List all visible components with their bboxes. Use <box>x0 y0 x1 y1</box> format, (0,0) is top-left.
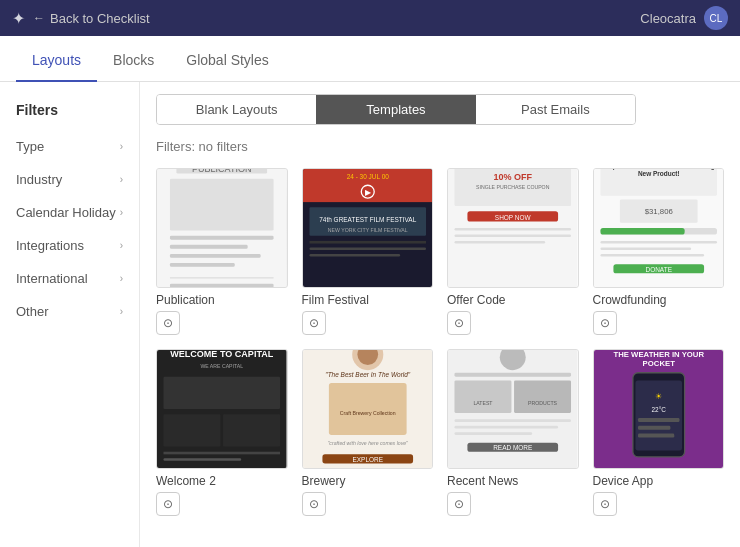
chevron-right-icon: › <box>120 207 123 218</box>
back-to-checklist-link[interactable]: ← Back to Checklist <box>33 11 150 26</box>
template-card-crowdfunding[interactable]: Help Fund the World's Most Exciting New … <box>593 168 725 335</box>
top-bar-left: ✦ ← Back to Checklist <box>12 9 150 28</box>
svg-rect-21 <box>309 254 400 257</box>
template-thumb-publication: PUBLICATION <box>156 168 288 288</box>
svg-text:SHOP NOW: SHOP NOW <box>495 214 532 221</box>
svg-rect-53 <box>163 452 280 455</box>
svg-text:READ MORE: READ MORE <box>493 444 533 451</box>
svg-text:WE ARE CAPITAL: WE ARE CAPITAL <box>200 363 243 369</box>
filters-title: Filters <box>0 102 139 130</box>
template-card-brewery[interactable]: "The Best Beer In The World" Craft Brewe… <box>302 349 434 516</box>
template-card-publication[interactable]: PUBLICATION Publication ⊙ <box>156 168 288 335</box>
template-action-device-app[interactable]: ⊙ <box>593 492 617 516</box>
sidebar-item-industry[interactable]: Industry › <box>0 163 139 196</box>
svg-text:FILM FESTIVAL: FILM FESTIVAL <box>339 169 396 170</box>
template-name-device-app: Device App <box>593 474 725 488</box>
template-action-publication[interactable]: ⊙ <box>156 311 180 335</box>
sidebar: Filters Type › Industry › Calendar Holid… <box>0 82 140 547</box>
app-logo-icon: ✦ <box>12 9 25 28</box>
sidebar-item-international[interactable]: International › <box>0 262 139 295</box>
svg-rect-40 <box>600 228 684 234</box>
top-bar: ✦ ← Back to Checklist Cleocatra CL <box>0 0 740 36</box>
template-action-crowdfunding[interactable]: ⊙ <box>593 311 617 335</box>
svg-rect-9 <box>170 284 274 287</box>
svg-text:THE WEATHER IN YOUR: THE WEATHER IN YOUR <box>613 350 704 359</box>
svg-text:24 - 30 JUL 00: 24 - 30 JUL 00 <box>346 173 389 180</box>
top-bar-right: Cleocatra CL <box>640 6 728 30</box>
back-label: Back to Checklist <box>50 11 150 26</box>
svg-text:WELCOME TO CAPITAL: WELCOME TO CAPITAL <box>170 350 274 359</box>
templates-grid: PUBLICATION Publication ⊙ <box>156 168 724 516</box>
back-arrow-icon: ← <box>33 11 45 25</box>
svg-rect-19 <box>309 241 426 244</box>
sidebar-item-type[interactable]: Type › <box>0 130 139 163</box>
sidebar-item-label: Integrations <box>16 238 84 253</box>
sidebar-item-label: Other <box>16 304 49 319</box>
svg-rect-30 <box>454 228 571 231</box>
svg-rect-54 <box>163 458 241 461</box>
sidebar-item-calendar-holiday[interactable]: Calendar Holiday › <box>0 196 139 229</box>
avatar: CL <box>704 6 728 30</box>
chevron-right-icon: › <box>120 141 123 152</box>
template-card-device-app[interactable]: ⛅ WEATHER THE WEATHER IN YOUR POCKET ☀ 2… <box>593 349 725 516</box>
tab-global-styles[interactable]: Global Styles <box>170 40 284 82</box>
template-action-welcome2[interactable]: ⊙ <box>156 492 180 516</box>
template-name-offer-code: Offer Code <box>447 293 579 307</box>
template-card-offer-code[interactable]: CONTACT 10% OFF SINGLE PURCHASE COUPON S… <box>447 168 579 335</box>
sidebar-item-other[interactable]: Other › <box>0 295 139 328</box>
svg-text:☀: ☀ <box>655 392 662 401</box>
template-action-recent-news[interactable]: ⊙ <box>447 492 471 516</box>
svg-rect-52 <box>223 414 280 446</box>
chevron-right-icon: › <box>120 273 123 284</box>
template-thumb-device-app: ⛅ WEATHER THE WEATHER IN YOUR POCKET ☀ 2… <box>593 349 725 469</box>
content-area: Blank Layouts Templates Past Emails Filt… <box>140 82 740 547</box>
svg-text:10% OFF: 10% OFF <box>493 172 532 182</box>
tab-layouts[interactable]: Layouts <box>16 40 97 82</box>
svg-rect-6 <box>170 254 261 258</box>
svg-rect-5 <box>170 245 248 249</box>
switcher-past-emails[interactable]: Past Emails <box>476 95 635 124</box>
svg-text:PUBLICATION: PUBLICATION <box>192 169 252 174</box>
template-thumb-crowdfunding: Help Fund the World's Most Exciting New … <box>593 168 725 288</box>
svg-rect-87 <box>638 434 674 438</box>
template-card-film-festival[interactable]: FILM FESTIVAL 24 - 30 JUL 00 ▶ 74th GREA… <box>302 168 434 335</box>
template-thumb-recent-news: LATEST PRODUCTS READ MORE <box>447 349 579 469</box>
svg-text:$31,806: $31,806 <box>644 207 672 216</box>
svg-rect-85 <box>638 418 679 422</box>
svg-rect-43 <box>600 254 704 257</box>
svg-rect-73 <box>454 426 558 429</box>
svg-rect-69 <box>514 381 571 413</box>
avatar-initials: CL <box>710 13 723 24</box>
switcher-blank-layouts[interactable]: Blank Layouts <box>157 95 316 124</box>
sidebar-item-label: Industry <box>16 172 62 187</box>
svg-rect-32 <box>454 241 545 244</box>
svg-text:Craft Brewery Collection: Craft Brewery Collection <box>339 410 395 416</box>
sidebar-item-integrations[interactable]: Integrations › <box>0 229 139 262</box>
svg-text:▶: ▶ <box>364 188 371 197</box>
template-name-welcome2: Welcome 2 <box>156 474 288 488</box>
svg-text:EXPLORE: EXPLORE <box>352 456 383 463</box>
svg-rect-59 <box>328 383 406 435</box>
template-action-offer-code[interactable]: ⊙ <box>447 311 471 335</box>
svg-rect-68 <box>454 381 511 413</box>
svg-text:DONATE: DONATE <box>645 266 672 273</box>
tab-blocks[interactable]: Blocks <box>97 40 170 82</box>
svg-text:PRODUCTS: PRODUCTS <box>528 400 558 406</box>
template-card-welcome2[interactable]: WELCOME TO CAPITAL WE ARE CAPITAL Welcom… <box>156 349 288 516</box>
svg-text:22°C: 22°C <box>651 406 666 413</box>
svg-rect-4 <box>170 236 274 240</box>
template-thumb-welcome2: WELCOME TO CAPITAL WE ARE CAPITAL <box>156 349 288 469</box>
switcher-templates[interactable]: Templates <box>316 95 475 124</box>
user-name: Cleocatra <box>640 11 696 26</box>
template-name-recent-news: Recent News <box>447 474 579 488</box>
template-thumb-brewery: "The Best Beer In The World" Craft Brewe… <box>302 349 434 469</box>
template-name-crowdfunding: Crowdfunding <box>593 293 725 307</box>
template-action-film-festival[interactable]: ⊙ <box>302 311 326 335</box>
main-area: Filters Type › Industry › Calendar Holid… <box>0 82 740 547</box>
chevron-right-icon: › <box>120 174 123 185</box>
template-card-recent-news[interactable]: LATEST PRODUCTS READ MORE Recent News ⊙ <box>447 349 579 516</box>
template-name-brewery: Brewery <box>302 474 434 488</box>
sidebar-item-label: Type <box>16 139 44 154</box>
template-action-brewery[interactable]: ⊙ <box>302 492 326 516</box>
svg-text:SINGLE PURCHASE COUPON: SINGLE PURCHASE COUPON <box>476 184 550 190</box>
